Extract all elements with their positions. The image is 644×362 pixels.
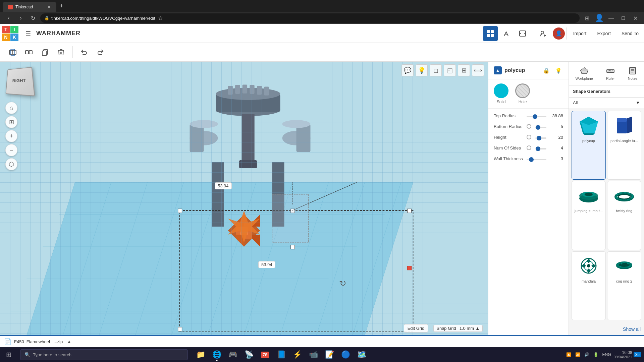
maximize-icon[interactable]: □ — [619, 13, 628, 23]
redo-button[interactable] — [93, 45, 108, 60]
props-lock-button[interactable]: 🔒 — [542, 66, 551, 75]
orientation-cube[interactable]: RIGHT — [5, 67, 32, 94]
volume-icon[interactable]: 🔊 — [583, 352, 591, 358]
taskbar-app-maps[interactable]: 🗺️ — [354, 347, 369, 362]
clock[interactable]: 16:08 09/04/2021 — [614, 350, 632, 359]
build-view-button[interactable] — [499, 26, 514, 41]
export-button[interactable]: Export — [592, 28, 616, 39]
badge-78-icon: 78 — [261, 352, 269, 358]
viewport-left-controls: ⌂ ⊞ + − ⬡ — [5, 102, 17, 170]
user-avatar[interactable]: 👤 — [553, 27, 565, 40]
num-sides-slider[interactable] — [535, 148, 546, 149]
comment-icon-btn[interactable]: 💬 — [401, 64, 414, 76]
top-radius-slider[interactable] — [527, 116, 546, 117]
hole-option[interactable]: Hole — [515, 83, 530, 104]
taskbar-app-steam[interactable]: 🎮 — [225, 347, 240, 362]
shape-item-mandala[interactable]: mandala — [572, 251, 606, 320]
tab-close-icon[interactable]: ✕ — [47, 4, 51, 10]
zoom-in-button[interactable]: + — [5, 130, 17, 142]
shape-item-jumping-sumo[interactable]: jumping sumo t... — [572, 181, 606, 250]
notifications-badge[interactable]: 35 — [634, 352, 641, 357]
grid-settings-btn[interactable]: ⊞ — [458, 64, 470, 76]
show-all-button[interactable]: Show all — [623, 326, 641, 332]
props-header: ▲ polycup 🔒 💡 — [488, 62, 569, 79]
light-icon-btn[interactable]: 💡 — [416, 64, 428, 76]
solid-label: Solid — [497, 100, 506, 104]
zoom-out-button[interactable]: − — [5, 144, 17, 156]
close-window-icon[interactable]: ✕ — [631, 13, 640, 23]
taskbar-app-arduino[interactable]: ⚡ — [290, 347, 305, 362]
ungroup-button[interactable] — [21, 45, 36, 60]
props-light-button[interactable]: 💡 — [554, 66, 563, 75]
home-view-button[interactable]: ⌂ — [5, 102, 17, 114]
shape-thumb-polycup — [575, 114, 602, 137]
minimize-icon[interactable]: — — [606, 13, 616, 23]
taskbar-app-office[interactable]: 📝 — [322, 347, 337, 362]
back-button[interactable]: ‹ — [4, 13, 13, 23]
user-button[interactable] — [535, 26, 550, 41]
shape-item-cog-ring-2[interactable]: cog ring 2 — [607, 251, 641, 320]
shape-filter-row[interactable]: All ▼ — [569, 98, 644, 108]
bottom-radius-slider[interactable] — [535, 127, 546, 128]
height-slider[interactable] — [535, 137, 546, 139]
taskbar-app-badge[interactable]: 78 — [258, 347, 272, 362]
workplane-button[interactable]: Workplane — [571, 64, 597, 82]
wall-thickness-slider[interactable] — [527, 159, 546, 160]
search-bar[interactable]: 🔍 Type here to search — [20, 349, 188, 360]
shape-item-polycup[interactable]: polycup — [572, 111, 606, 180]
battery-icon[interactable]: 🔋 — [592, 352, 600, 358]
code-view-button[interactable] — [515, 26, 530, 41]
lang-label[interactable]: ENG — [601, 352, 612, 358]
address-bar[interactable]: 🔒 tinkercad.com/things/dtkWOGVCgqe-warha… — [40, 13, 580, 23]
bookmark-icon[interactable]: ☆ — [158, 15, 163, 21]
download-filename: F450_Flamewheel_....zip — [14, 339, 63, 344]
ruler-button[interactable]: Ruler — [602, 64, 619, 82]
network-icon[interactable]: 📶 — [574, 352, 582, 358]
start-button[interactable]: ⊞ — [0, 347, 17, 362]
wall-thickness-row: Wall Thickness 3 — [494, 156, 563, 162]
shape-item-partial-angle-tube[interactable]: partial-angle tu... — [607, 111, 641, 180]
wireframe-btn[interactable]: ◰ — [444, 64, 456, 76]
send-to-button[interactable]: Send To — [616, 28, 644, 39]
new-tab-button[interactable]: + — [57, 3, 66, 10]
grid-view-button[interactable] — [483, 26, 498, 41]
taskbar-app-word[interactable]: 📘 — [274, 347, 288, 362]
taskbar-app-chrome[interactable]: 🌐 — [209, 347, 224, 362]
viewport[interactable]: ↻ RIGHT ⌂ ⊞ + − ⬡ 💬 💡 ◻ ◰ — [0, 62, 488, 335]
undo-button[interactable] — [77, 45, 92, 60]
solid-option[interactable]: Solid — [494, 83, 508, 104]
taskbar-app-signal[interactable]: 📡 — [241, 347, 256, 362]
taskbar-app-zoom[interactable]: 📹 — [306, 347, 321, 362]
fit-view-button[interactable]: ⊞ — [5, 116, 17, 128]
download-chevron-icon[interactable]: ▲ — [67, 339, 71, 344]
profile-icon[interactable]: 👤 — [594, 13, 604, 23]
forward-button[interactable]: › — [16, 13, 25, 23]
arduino-icon: ⚡ — [293, 350, 302, 359]
svg-rect-0 — [487, 30, 490, 33]
snap-grid-control[interactable]: Snap Grid 1.0 mm ▲ — [433, 325, 483, 332]
copy-button[interactable] — [38, 45, 52, 60]
shape-item-twisty-ring[interactable]: twisty ring — [607, 181, 641, 250]
mirror-btn[interactable]: ⟺ — [472, 64, 484, 76]
code-icon — [519, 30, 526, 37]
extensions-icon[interactable]: ⊞ — [582, 13, 592, 23]
notes-button[interactable]: Notes — [624, 64, 642, 82]
shape-view-btn[interactable]: ◻ — [430, 64, 442, 76]
group-button[interactable] — [5, 45, 20, 60]
perspective-button[interactable]: ⬡ — [5, 158, 17, 170]
explorer-icon: 📁 — [196, 350, 205, 359]
active-tab[interactable]: Tinkercad ✕ — [3, 2, 56, 12]
hole-circle — [515, 83, 530, 98]
reload-button[interactable]: ↻ — [28, 13, 38, 23]
url-text: tinkercad.com/things/dtkWOGVCgqe-warhamm… — [51, 16, 155, 21]
logo[interactable]: T I N K — [0, 24, 20, 43]
delete-button[interactable] — [54, 45, 68, 60]
import-button[interactable]: Import — [568, 28, 592, 39]
show-hidden-icon[interactable]: 🔼 — [565, 352, 573, 358]
taskbar-app-edge[interactable]: 🔵 — [338, 347, 353, 362]
taskbar-app-explorer[interactable]: 📁 — [193, 347, 208, 362]
browser-chrome: Tinkercad ✕ + ‹ › ↻ 🔒 tinkercad.com/thin… — [0, 0, 644, 24]
edit-grid-button[interactable]: Edit Grid — [404, 324, 428, 333]
hamburger-menu-button[interactable]: ☰ — [20, 24, 36, 43]
props-collapse-button[interactable]: ▲ — [494, 66, 502, 74]
